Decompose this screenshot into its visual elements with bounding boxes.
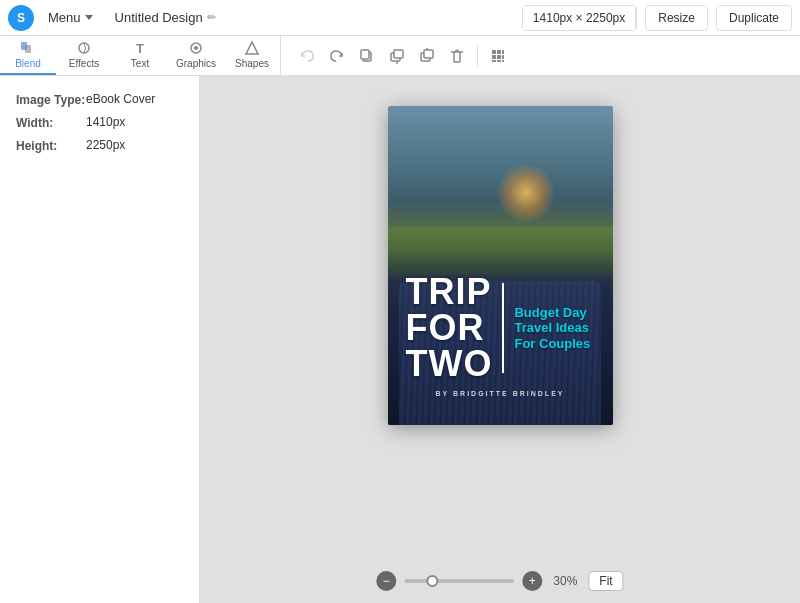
svg-rect-20 [502,50,504,54]
image-type-value: eBook Cover [86,92,155,106]
cover-divider [502,283,504,373]
svg-rect-8 [361,50,369,59]
zoom-percent: 30% [550,574,580,588]
tab-graphics[interactable]: Graphics [168,36,224,75]
top-bar: S Menu Untitled Design ✏ 1410px × 2250px… [0,0,800,36]
svg-rect-10 [394,50,403,58]
height-row: Height: 2250px [16,138,183,153]
cover-subtitle: Budget Day Travel Ideas For Couples [514,305,590,352]
copy-button[interactable] [353,42,381,70]
blend-icon [20,40,36,56]
layer-up-button[interactable] [413,42,441,70]
cover-author: BY BRIDGITTE BRINDLEY [388,390,613,397]
layer-down-button[interactable] [383,42,411,70]
avatar: S [8,5,34,31]
svg-rect-25 [497,60,501,62]
main-area: Image Type: eBook Cover Width: 1410px He… [0,76,800,603]
undo-button[interactable] [293,42,321,70]
graphics-icon [188,40,204,56]
duplicate-button[interactable]: Duplicate [716,5,792,31]
svg-rect-21 [492,55,496,59]
canvas-area: TRIP FOR TWO Budget Day Travel Ideas For… [200,76,800,603]
image-type-label: Image Type: [16,92,86,107]
zoom-slider-thumb[interactable] [426,575,438,587]
action-buttons [281,42,524,70]
width-value: 1410px [86,115,125,129]
cover-content: TRIP FOR TWO Budget Day Travel Ideas For… [388,106,613,425]
edit-icon: ✏ [207,11,216,24]
book-cover[interactable]: TRIP FOR TWO Budget Day Travel Ideas For… [388,106,613,425]
height-label: Height: [16,138,86,153]
height-value: 2250px [86,138,125,152]
svg-rect-23 [502,55,504,59]
tool-tabs: Blend Effects T Text [0,36,281,75]
zoom-slider[interactable] [404,579,514,583]
svg-rect-19 [497,50,501,54]
dimension-display: 1410px × 2250px [522,5,637,31]
text-icon: T [132,40,148,56]
zoom-bar: − + 30% Fit [376,571,623,591]
shapes-icon [244,40,260,56]
svg-rect-22 [497,55,501,59]
toolbar-divider [477,46,478,66]
svg-rect-24 [492,60,496,62]
resize-button[interactable]: Resize [645,5,708,31]
svg-point-2 [79,43,89,53]
redo-button[interactable] [323,42,351,70]
svg-rect-13 [424,50,433,58]
svg-text:T: T [136,41,144,56]
svg-rect-18 [492,50,496,54]
left-panel: Image Type: eBook Cover Width: 1410px He… [0,76,200,603]
width-row: Width: 1410px [16,115,183,130]
svg-point-5 [194,46,198,50]
design-title[interactable]: Untitled Design ✏ [107,8,224,27]
effects-icon [76,40,92,56]
toolbar: Blend Effects T Text [0,36,800,76]
zoom-out-button[interactable]: − [376,571,396,591]
tab-text[interactable]: T Text [112,36,168,75]
fit-button[interactable]: Fit [588,571,623,591]
cover-title-area: TRIP FOR TWO Budget Day Travel Ideas For… [388,274,613,382]
menu-button[interactable]: Menu [42,8,99,27]
delete-button[interactable] [443,42,471,70]
svg-marker-6 [246,42,258,54]
tab-shapes[interactable]: Shapes [224,36,280,75]
zoom-in-button[interactable]: + [522,571,542,591]
svg-rect-1 [25,45,31,53]
cover-title: TRIP FOR TWO [406,274,493,382]
width-label: Width: [16,115,86,130]
tab-effects[interactable]: Effects [56,36,112,75]
grid-button[interactable] [484,42,512,70]
chevron-down-icon [85,15,93,20]
image-type-row: Image Type: eBook Cover [16,92,183,107]
svg-rect-26 [502,60,504,62]
tab-blend[interactable]: Blend [0,36,56,75]
